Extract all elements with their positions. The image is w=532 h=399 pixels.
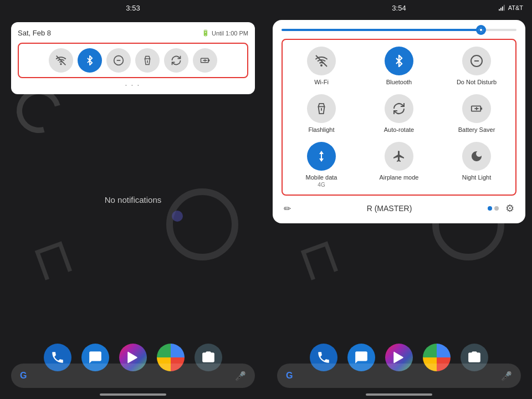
brightness-fill: [282, 29, 481, 31]
notif-header: Sat, Feb 8 🔋 Until 1:00 PM: [18, 29, 248, 37]
tile-bluetooth[interactable]: [78, 48, 102, 73]
wifi-label: Wi-Fi: [314, 79, 329, 85]
qs-tile-battery-saver[interactable]: Battery Saver: [442, 94, 511, 133]
svg-rect-11: [504, 5, 505, 11]
qs-tile-dnd[interactable]: Do Not Disturb: [442, 47, 511, 85]
brightness-thumb[interactable]: [476, 25, 486, 35]
night-light-label: Night Light: [462, 174, 492, 181]
airplane-label: Airplane mode: [380, 174, 419, 181]
night-light-tile-icon: [462, 142, 491, 171]
dot-1: [488, 206, 492, 211]
tile-dnd[interactable]: [106, 48, 131, 73]
left-home-indicator: [100, 393, 166, 396]
left-status-bar: 3:53: [0, 0, 266, 16]
right-mic-icon[interactable]: 🎤: [501, 371, 512, 381]
qs-tile-mobile-data[interactable]: Mobile data 4G: [287, 142, 356, 188]
no-notifications: No notifications: [105, 195, 162, 204]
battery-icon: 🔋: [202, 29, 209, 37]
quick-settings-panel: Wi-Fi Bluetooth Do Not Disturb Flashlig: [273, 20, 525, 223]
right-status-indicators: AT&T: [498, 4, 523, 12]
battery-saver-tile-icon: [462, 94, 491, 123]
battery-saver-label: Battery Saver: [458, 126, 495, 133]
edit-icon[interactable]: ✏: [284, 203, 291, 214]
bluetooth-label: Bluetooth: [386, 79, 412, 85]
signal-icon: [498, 4, 506, 12]
right-search-bar[interactable]: G 🎤: [277, 364, 521, 388]
mobile-data-tile-icon: [307, 142, 336, 171]
airplane-tile-icon: [385, 142, 413, 171]
qs-tile-flashlight[interactable]: Flashlight: [287, 94, 356, 133]
tile-flashlight[interactable]: [135, 48, 160, 73]
qs-footer: ✏ R (MASTER) ⚙: [282, 202, 516, 214]
account-name: R (MASTER): [291, 204, 488, 213]
wifi-tile-icon: [307, 47, 336, 75]
qs-tile-wifi[interactable]: Wi-Fi: [287, 47, 356, 85]
battery-label: Until 1:00 PM: [212, 30, 248, 37]
notif-dots: • • •: [18, 83, 248, 88]
notification-panel: Sat, Feb 8 🔋 Until 1:00 PM: [11, 22, 255, 94]
right-time: 3:54: [392, 4, 406, 12]
tile-autorotate[interactable]: [164, 48, 188, 73]
left-search-bar[interactable]: G 🎤: [11, 364, 255, 388]
qs-tile-airplane[interactable]: Airplane mode: [365, 142, 433, 188]
mobile-data-sublabel: 4G: [318, 182, 325, 188]
svg-rect-10: [502, 7, 503, 11]
svg-point-12: [480, 29, 482, 31]
left-phone: ⊓ 3:53 Sat, Feb 8 🔋 Until 1:00 PM: [0, 0, 266, 399]
mic-icon[interactable]: 🎤: [235, 371, 246, 381]
notif-date: Sat, Feb 8: [18, 29, 51, 37]
autorotate-label: Auto-rotate: [384, 126, 414, 133]
svg-point-0: [60, 64, 62, 65]
google-g-icon: G: [20, 371, 27, 381]
qs-tiles-grid: Wi-Fi Bluetooth Do Not Disturb Flashlig: [282, 39, 516, 196]
brightness-row[interactable]: [282, 27, 516, 33]
bluetooth-tile-icon: [385, 47, 413, 75]
tile-wifi[interactable]: [49, 48, 73, 73]
notif-battery: 🔋 Until 1:00 PM: [202, 29, 248, 37]
right-home-indicator: [366, 393, 432, 396]
brightness-slider[interactable]: [282, 29, 516, 31]
svg-rect-8: [499, 9, 500, 11]
settings-icon[interactable]: ⚙: [505, 202, 514, 214]
svg-line-16: [483, 32, 483, 32]
tile-battery-saver[interactable]: [193, 48, 217, 73]
qs-tile-bluetooth[interactable]: Bluetooth: [365, 47, 433, 85]
flashlight-tile-icon: [307, 94, 336, 123]
right-phone: ⊓ 3:54 AT&T Wi-Fi: [266, 0, 532, 399]
svg-line-15: [479, 28, 480, 29]
page-dots: [488, 206, 499, 211]
svg-point-19: [321, 65, 322, 66]
right-status-bar: 3:54 AT&T: [266, 0, 532, 16]
qs-tile-autorotate[interactable]: Auto-rotate: [365, 94, 433, 133]
quick-tiles-row: [18, 43, 248, 78]
flashlight-label: Flashlight: [308, 126, 334, 133]
svg-rect-9: [500, 8, 502, 11]
left-time: 3:53: [126, 4, 140, 12]
dnd-label: Do Not Disturb: [457, 79, 497, 85]
dot-2: [494, 206, 499, 211]
qs-tile-night-light[interactable]: Night Light: [442, 142, 511, 188]
right-google-g-icon: G: [286, 371, 293, 381]
dnd-tile-icon: [462, 47, 491, 75]
mobile-data-label: Mobile data: [306, 174, 337, 181]
carrier-label: AT&T: [508, 4, 523, 11]
autorotate-tile-icon: [385, 94, 413, 123]
